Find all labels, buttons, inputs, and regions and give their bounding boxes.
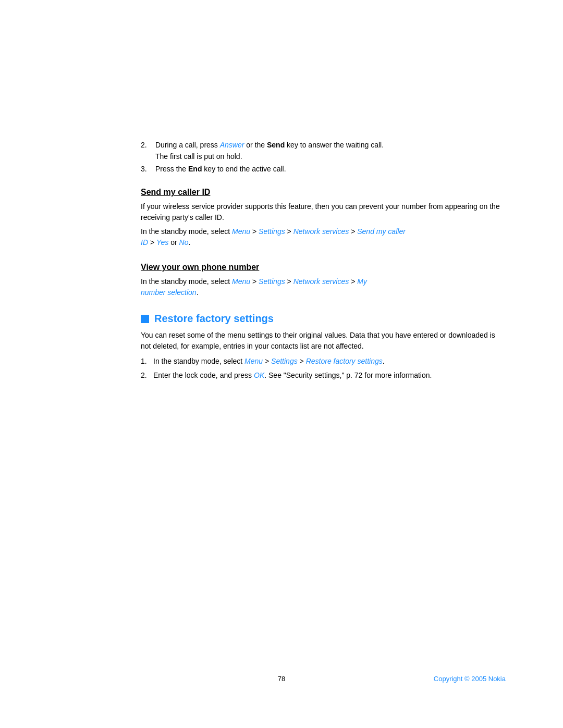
yes-link: Yes <box>156 238 168 246</box>
sub-text-2: The first call is put on hold. <box>155 152 506 161</box>
view-own-number-section: View your own phone number In the standb… <box>141 263 506 298</box>
send-caller-id-body: If your wireless service provider suppor… <box>141 201 506 223</box>
step-num-2: 2. <box>141 370 150 381</box>
ok-link: OK <box>254 371 264 379</box>
restore-factory-link: Restore factory settings <box>306 357 383 365</box>
content-area: 2. During a call, press Answer or the Se… <box>141 141 506 386</box>
restore-step-1: 1. In the standby mode, select Menu > Se… <box>141 356 506 367</box>
menu-link-1: Menu <box>232 227 250 236</box>
menu-link-3: Menu <box>244 357 263 365</box>
list-item-3: 3. Press the End key to end the active c… <box>141 165 506 173</box>
view-own-number-heading: View your own phone number <box>141 263 506 272</box>
settings-link-2: Settings <box>259 277 285 286</box>
blue-square-icon <box>141 315 149 323</box>
answer-link: Answer <box>220 141 244 149</box>
no-link: No <box>179 238 189 246</box>
restore-factory-title-row: Restore factory settings <box>141 313 506 325</box>
end-bold: End <box>188 165 202 173</box>
step-num-1: 1. <box>141 356 150 367</box>
list-num-3: 3. <box>141 165 151 173</box>
restore-factory-section: Restore factory settings You can reset s… <box>141 313 506 381</box>
list-text-3: Press the End key to end the active call… <box>155 165 506 173</box>
restore-factory-steps: 1. In the standby mode, select Menu > Se… <box>141 356 506 381</box>
send-caller-id-instruction: In the standby mode, select Menu > Setti… <box>141 226 506 248</box>
list-text-2: During a call, press Answer or the Send … <box>155 141 506 149</box>
restore-step-2: 2. Enter the lock code, and press OK. Se… <box>141 370 506 381</box>
network-services-link-2: Network services <box>293 277 349 286</box>
step-text-1: In the standby mode, select Menu > Setti… <box>153 356 506 367</box>
restore-factory-body: You can reset some of the menu settings … <box>141 330 506 352</box>
restore-factory-heading: Restore factory settings <box>154 313 274 325</box>
send-caller-id-heading: Send my caller ID <box>141 188 506 197</box>
menu-link-2: Menu <box>232 277 250 286</box>
settings-link-3: Settings <box>271 357 298 365</box>
settings-link-1: Settings <box>259 227 285 236</box>
send-caller-id-section: Send my caller ID If your wireless servi… <box>141 188 506 248</box>
send-bold: Send <box>267 141 285 149</box>
list-item-2: 2. During a call, press Answer or the Se… <box>141 141 506 149</box>
list-num-2: 2. <box>141 141 151 149</box>
page-number: 78 <box>278 675 285 683</box>
page: 2. During a call, press Answer or the Se… <box>0 0 563 728</box>
view-own-number-instruction: In the standby mode, select Menu > Setti… <box>141 276 506 298</box>
network-services-link-1: Network services <box>293 227 349 236</box>
step-text-2: Enter the lock code, and press OK. See "… <box>153 370 506 381</box>
copyright-text: Copyright © 2005 Nokia <box>434 675 506 683</box>
